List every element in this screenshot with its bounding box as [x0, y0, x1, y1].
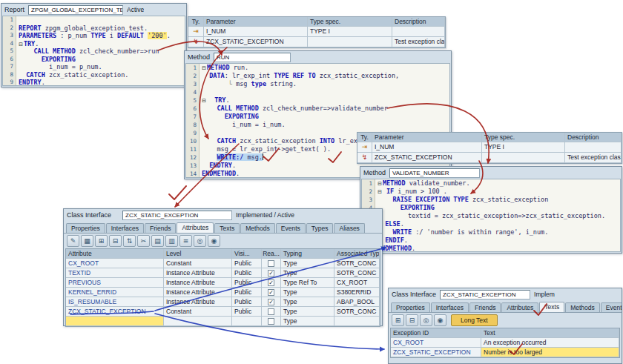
- code-line[interactable]: 2 DATA: lr_exp_int TYPE REF TO zcx_stati…: [186, 72, 449, 80]
- report-name-field[interactable]: ZPGM_GLOBAL_EXCEPTION_TEST: [28, 5, 123, 15]
- description-cell[interactable]: Test exception class: [392, 37, 445, 47]
- read-only-cell[interactable]: ✓: [262, 288, 281, 297]
- parameter-name-cell[interactable]: I_NUM: [372, 142, 482, 153]
- code-text[interactable]: WRITE :/ 'number is within range', i_num…: [375, 228, 548, 236]
- attribute-name-cell[interactable]: PREVIOUS: [66, 278, 164, 288]
- associated-type-cell[interactable]: SOTR_CONC: [334, 307, 380, 317]
- read-only-checkbox[interactable]: ✓: [268, 279, 274, 286]
- code-text[interactable]: WRITE:/ msg.: [200, 153, 263, 162]
- visibility-cell[interactable]: Public: [232, 297, 262, 307]
- read-only-checkbox[interactable]: ✓: [268, 270, 274, 277]
- level-cell[interactable]: Instance Attribute: [164, 278, 232, 288]
- typing-cell[interactable]: Type: [281, 268, 334, 278]
- attribute-row[interactable]: Type: [66, 317, 380, 326]
- edit-icon[interactable]: ✎: [67, 235, 79, 247]
- code-line[interactable]: 8 CATCH zcx_static_exception.: [3, 71, 185, 79]
- code-text[interactable]: RAISE EXCEPTION TYPE zcx_static_exceptio…: [375, 196, 548, 204]
- attribute-row[interactable]: PREVIOUSInstance AttributePublic✓Type Re…: [66, 278, 380, 288]
- attribute-row[interactable]: KERNEL_ERRIDInstance AttributePublic✓Typ…: [66, 288, 380, 297]
- code-text[interactable]: i_num = p_num.: [16, 63, 102, 71]
- class-name-field[interactable]: ZCX_STATIC_EXCEPTION: [122, 211, 232, 220]
- tab-texts[interactable]: Texts: [539, 302, 564, 312]
- code-text[interactable]: ⊟METHOD run.: [200, 64, 248, 72]
- insert-row-icon[interactable]: ⊞: [392, 314, 404, 326]
- find-icon[interactable]: ◎: [420, 314, 432, 326]
- attribute-name-cell[interactable]: KERNEL_ERRID: [66, 288, 164, 297]
- insert-row-icon[interactable]: ⊞: [95, 235, 108, 247]
- level-cell[interactable]: Constant: [164, 307, 232, 317]
- parameter-row[interactable]: ⇥I_NUMTYPE I: [357, 142, 622, 153]
- type-spec-cell[interactable]: TYPE I: [482, 142, 565, 153]
- attribute-name-cell[interactable]: CX_ROOT: [66, 259, 164, 268]
- attribute-row[interactable]: IS_RESUMABLEInstance AttributePublic✓Typ…: [66, 297, 380, 307]
- method-name-field[interactable]: RUN: [214, 53, 291, 62]
- column-header[interactable]: Attribute: [66, 249, 164, 259]
- code-line[interactable]: 4⊟TRY.: [3, 40, 185, 48]
- typing-cell[interactable]: Type: [281, 259, 334, 268]
- tab-properties[interactable]: Properties: [66, 223, 105, 233]
- code-text[interactable]: textid = zcx_static_exception=>zcx_stati…: [375, 212, 605, 220]
- tab-types[interactable]: Types: [306, 223, 334, 233]
- code-text[interactable]: CALL METHOD zcl_check_number=>run: [16, 47, 159, 56]
- code-text[interactable]: ENDTRY.: [16, 79, 45, 86]
- code-line[interactable]: 2REPORT zpgm_global_exception_test.: [3, 24, 185, 33]
- tab-interfaces[interactable]: Interfaces: [431, 302, 469, 312]
- delete-row-icon[interactable]: ⊟: [109, 235, 122, 247]
- typing-cell[interactable]: Type: [281, 288, 334, 297]
- code-text[interactable]: msg = lr_exp_int->get_text( ).: [200, 145, 331, 153]
- associated-type-cell[interactable]: CX_ROOT: [334, 278, 380, 288]
- code-line[interactable]: 9ENDMETHOD.: [362, 245, 620, 252]
- code-line[interactable]: 6 CALL METHOD zcl_check_number=>validate…: [186, 105, 449, 113]
- parameter-name-cell[interactable]: ZCX_STATIC_EXCEPTION: [372, 153, 482, 163]
- visibility-cell[interactable]: [232, 317, 262, 326]
- parameter-name-cell[interactable]: ZCX_STATIC_EXCEPTION: [204, 37, 308, 47]
- level-cell[interactable]: Instance Attribute: [164, 268, 232, 278]
- typing-cell[interactable]: Type Ref To: [281, 278, 334, 288]
- column-header[interactable]: Ty.: [188, 17, 204, 27]
- tab-friends[interactable]: Friends: [145, 223, 176, 233]
- code-line[interactable]: 4 EXPORTING: [362, 204, 620, 212]
- attribute-name-cell[interactable]: [66, 317, 164, 326]
- find-next-icon[interactable]: ◉: [434, 314, 446, 326]
- associated-type-cell[interactable]: SOTR_CONC: [334, 268, 380, 278]
- visibility-cell[interactable]: Public: [232, 278, 262, 288]
- code-line[interactable]: 3 RAISE EXCEPTION TYPE zcx_static_except…: [362, 196, 620, 204]
- column-header[interactable]: Description: [392, 17, 445, 27]
- column-header[interactable]: Exception ID: [391, 328, 481, 338]
- cut-icon[interactable]: ✂: [137, 235, 150, 247]
- tab-interfaces[interactable]: Interfaces: [106, 223, 144, 233]
- class-name-field[interactable]: ZCX_STATIC_EXCEPTION: [440, 290, 530, 300]
- column-header[interactable]: Description: [565, 133, 622, 142]
- description-cell[interactable]: Test exception class: [565, 153, 622, 163]
- level-cell[interactable]: Instance Attribute: [164, 297, 232, 307]
- read-only-cell[interactable]: [262, 307, 281, 317]
- delete-row-icon[interactable]: ⊟: [406, 314, 418, 326]
- code-text[interactable]: [16, 16, 19, 24]
- typing-cell[interactable]: Type: [281, 307, 334, 317]
- tab-methods[interactable]: Methods: [565, 302, 600, 312]
- read-only-checkbox[interactable]: [268, 318, 274, 325]
- typing-cell[interactable]: Type: [281, 297, 334, 307]
- code-text[interactable]: PARAMETERS : p_num TYPE i DEFAULT '200'.: [16, 32, 171, 40]
- report-code-area[interactable]: 12REPORT zpgm_global_exception_test.3PAR…: [2, 16, 185, 86]
- level-cell[interactable]: Constant: [164, 259, 232, 268]
- associated-type-cell[interactable]: ABAP_BOOL: [334, 297, 380, 307]
- column-header[interactable]: Type spec.: [308, 17, 392, 27]
- tab-events[interactable]: Events: [276, 223, 306, 233]
- code-line[interactable]: 2⊟ IF i_num > 100 .: [362, 188, 620, 196]
- tab-methods[interactable]: Methods: [240, 223, 275, 233]
- associated-type-cell[interactable]: SOTR_CONC: [334, 259, 380, 268]
- copy-icon[interactable]: ▤: [151, 235, 164, 247]
- find-icon[interactable]: ◎: [194, 235, 206, 247]
- print-icon[interactable]: ≡: [179, 235, 192, 247]
- move-row-icon[interactable]: ⇅: [123, 235, 136, 247]
- typing-cell[interactable]: Type: [281, 317, 334, 326]
- code-text[interactable]: EXPORTING: [16, 56, 76, 64]
- code-text[interactable]: DATA: lr_exp_int TYPE REF TO zcx_static_…: [200, 72, 399, 80]
- code-text[interactable]: REPORT zpgm_global_exception_test.: [16, 24, 148, 33]
- exception-text-cell[interactable]: An exception occurred: [481, 338, 619, 348]
- code-text[interactable]: [200, 129, 202, 137]
- parameter-name-cell[interactable]: I_NUM: [204, 27, 308, 37]
- long-text-button[interactable]: Long Text: [451, 314, 498, 326]
- column-header[interactable]: Rea...: [262, 249, 281, 259]
